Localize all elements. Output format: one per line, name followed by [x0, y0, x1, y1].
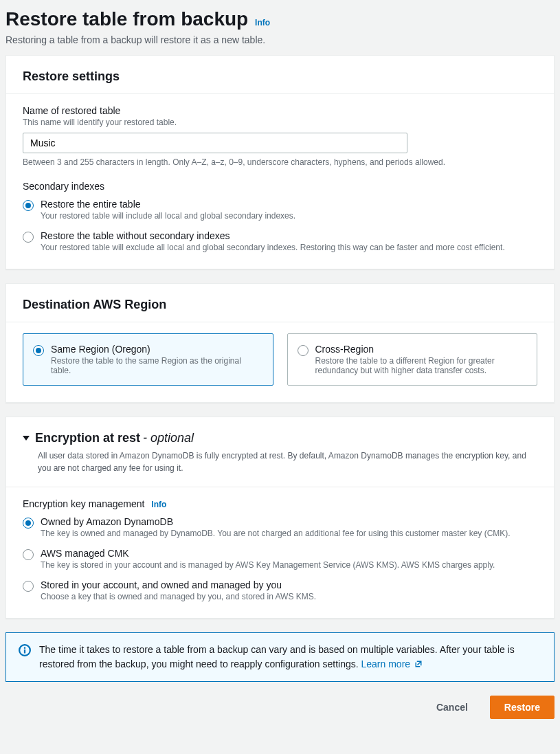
option-title: Restore the table without secondary inde…: [41, 230, 505, 241]
table-name-label: Name of restored table: [23, 105, 537, 116]
option-desc: The key is stored in your account and is…: [41, 560, 495, 570]
table-name-constraint: Between 3 and 255 characters in length. …: [23, 157, 537, 167]
encryption-option-aws-managed[interactable]: AWS managed CMK The key is stored in you…: [23, 548, 537, 570]
tile-desc: Restore the table to the same Region as …: [51, 356, 263, 375]
radio-selected-icon: [33, 345, 44, 356]
cancel-button[interactable]: Cancel: [423, 696, 482, 719]
info-alert: The time it takes to restore a table fro…: [5, 632, 555, 682]
secondary-indexes-option-without[interactable]: Restore the table without secondary inde…: [23, 230, 537, 252]
option-title: Stored in your account, and owned and ma…: [41, 579, 316, 590]
key-mgmt-label-row: Encryption key management Info: [23, 498, 537, 509]
encryption-toggle[interactable]: Encryption at rest - optional: [23, 431, 537, 445]
learn-more-link[interactable]: Learn more: [361, 658, 423, 669]
radio-unselected-icon: [23, 232, 34, 243]
external-link-icon: [414, 660, 423, 668]
caret-down-icon: [23, 436, 30, 441]
page-header: Restore table from backup Info Restoring…: [5, 5, 555, 55]
encryption-panel: Encryption at rest - optional All user d…: [5, 417, 555, 619]
option-title: Restore the entire table: [41, 199, 295, 210]
table-name-hint: This name will identify your restored ta…: [23, 118, 537, 127]
key-mgmt-label: Encryption key management: [23, 498, 144, 509]
secondary-indexes-option-entire[interactable]: Restore the entire table Your restored t…: [23, 199, 537, 221]
tile-title: Cross-Region: [315, 344, 528, 355]
restore-button[interactable]: Restore: [490, 696, 555, 719]
learn-more-label: Learn more: [361, 658, 411, 669]
radio-unselected-icon: [23, 549, 34, 560]
alert-message: The time it takes to restore a table fro…: [39, 644, 515, 669]
destination-region-title: Destination AWS Region: [23, 298, 537, 312]
encryption-optional: - optional: [143, 431, 194, 445]
page-subtitle: Restoring a table from a backup will res…: [5, 34, 555, 45]
info-icon: [19, 644, 31, 656]
destination-region-panel: Destination AWS Region Same Region (Oreg…: [5, 283, 555, 403]
restore-settings-header: Restore settings: [6, 56, 554, 94]
tile-title: Same Region (Oregon): [51, 344, 263, 355]
page-title: Restore table from backup: [5, 8, 248, 30]
destination-region-body: Same Region (Oregon) Restore the table t…: [6, 322, 554, 402]
page-root: Restore table from backup Info Restoring…: [0, 0, 560, 730]
encryption-desc: All user data stored in Amazon DynamoDB …: [38, 450, 537, 474]
encryption-option-customer-managed[interactable]: Stored in your account, and owned and ma…: [23, 579, 537, 601]
table-name-input[interactable]: [23, 133, 407, 153]
destination-region-header: Destination AWS Region: [6, 284, 554, 322]
encryption-title: Encryption at rest: [35, 431, 140, 445]
footer-actions: Cancel Restore: [5, 696, 555, 724]
option-desc: Your restored table will include all loc…: [41, 211, 295, 221]
tile-desc: Restore the table to a different Region …: [315, 356, 528, 375]
region-tile-cross[interactable]: Cross-Region Restore the table to a diff…: [287, 333, 538, 386]
option-desc: Choose a key that is owned and managed b…: [41, 592, 316, 601]
encryption-option-owned-dynamodb[interactable]: Owned by Amazon DynamoDB The key is owne…: [23, 516, 537, 538]
alert-text: The time it takes to restore a table fro…: [39, 643, 541, 672]
radio-selected-icon: [23, 200, 34, 211]
secondary-indexes-label: Secondary indexes: [23, 181, 537, 192]
radio-unselected-icon: [23, 581, 34, 592]
restore-settings-body: Name of restored table This name will id…: [6, 94, 554, 269]
info-link[interactable]: Info: [151, 500, 166, 509]
option-title: Owned by Amazon DynamoDB: [41, 516, 511, 527]
encryption-body: Encryption key management Info Owned by …: [6, 487, 554, 618]
info-link[interactable]: Info: [255, 18, 270, 27]
region-tile-same[interactable]: Same Region (Oregon) Restore the table t…: [23, 333, 273, 386]
restore-settings-panel: Restore settings Name of restored table …: [5, 55, 555, 269]
option-desc: Your restored table will exclude all loc…: [41, 243, 505, 252]
region-tiles: Same Region (Oregon) Restore the table t…: [23, 333, 537, 386]
option-title: AWS managed CMK: [41, 548, 495, 559]
svg-rect-1: [24, 650, 25, 654]
radio-unselected-icon: [298, 345, 309, 356]
restore-settings-title: Restore settings: [23, 69, 537, 84]
svg-rect-2: [24, 647, 25, 649]
option-desc: The key is owned and managed by DynamoDB…: [41, 529, 511, 538]
radio-selected-icon: [23, 518, 34, 529]
encryption-header: Encryption at rest - optional All user d…: [6, 417, 554, 487]
